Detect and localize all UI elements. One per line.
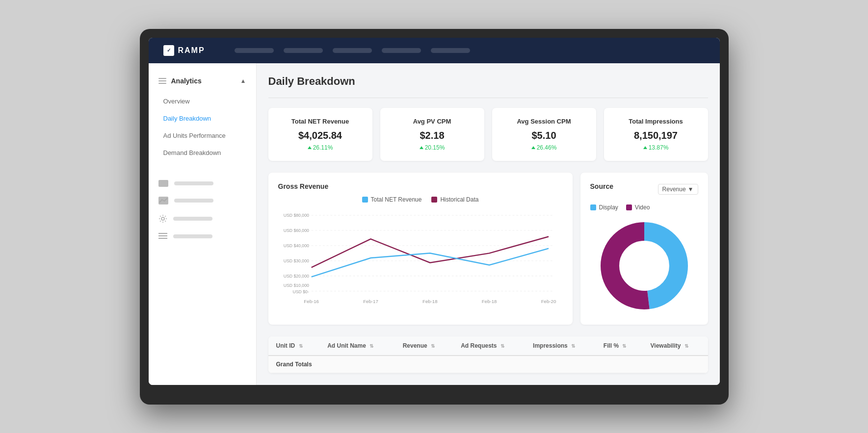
list-icon [158,233,167,240]
svg-text:Feb-18: Feb-18 [481,298,497,304]
main-content: Daily Breakdown Total NET Revenue $4,025… [257,63,720,385]
col-ad-unit-name[interactable]: Ad Unit Name ⇅ [319,336,395,356]
video-icon [158,180,168,187]
sidebar-other-3 [149,209,256,228]
legend-label-video: Video [635,204,650,211]
legend-label-historical: Historical Data [440,196,478,203]
sort-icon-ad-requests: ⇅ [500,343,504,349]
sidebar-label-4 [173,234,212,238]
laptop-frame: ✓ RAMP Analytic [140,29,729,405]
svg-rect-1 [158,233,167,234]
sidebar-label-3 [173,217,212,221]
nav-pill-4[interactable] [382,48,421,53]
metric-change-pct-session-cpm: 26.46% [537,144,557,151]
sidebar-other-2 [149,192,256,209]
source-header: Source Revenue ▼ [590,182,698,196]
logo-icon: ✓ [163,45,174,56]
sidebar-item-overview[interactable]: Overview [149,93,256,110]
sidebar-label-1 [174,181,213,185]
triangle-up-icon-revenue [308,146,312,149]
col-revenue[interactable]: Revenue ⇅ [395,336,453,356]
metric-label-impressions: Total Impressions [614,118,698,125]
metric-change-impressions: 13.87% [614,144,698,151]
sidebar-label-2 [174,199,213,203]
chart-legend: Total NET Revenue Historical Data [278,196,563,203]
sidebar-item-ad-units[interactable]: Ad Units Performance [149,127,256,144]
table-body: Grand Totals [268,356,708,373]
table-header: Unit ID ⇅ Ad Unit Name ⇅ Revenue ⇅ [268,336,708,356]
metric-card-session-cpm: Avg Session CPM $5.10 26.46% [492,108,596,161]
logo-text: RAMP [178,46,205,55]
svg-text:USD $60,000: USD $60,000 [283,228,309,232]
legend-label-display: Display [599,204,618,211]
dropdown-chevron-icon: ▼ [688,186,694,193]
col-impressions[interactable]: Impressions ⇅ [525,336,596,356]
nav-pill-1[interactable] [235,48,274,53]
col-viewability-label: Viewability [651,342,681,349]
sort-icon-fill: ⇅ [622,343,626,349]
svg-rect-3 [158,238,167,239]
metric-change-session-cpm: 26.46% [502,144,586,151]
metric-card-revenue: Total NET Revenue $4,025.84 26.11% [268,108,372,161]
metric-change-pct-pv-cpm: 20.15% [425,144,445,151]
col-unit-id[interactable]: Unit ID ⇅ [268,336,320,356]
sidebar-other-4 [149,228,256,245]
data-table: Unit ID ⇅ Ad Unit Name ⇅ Revenue ⇅ [268,336,708,373]
grand-totals-label: Grand Totals [268,356,708,373]
col-fill[interactable]: Fill % ⇅ [596,336,643,356]
svg-text:USD $10,000: USD $10,000 [283,282,309,287]
table-row-grand-totals: Grand Totals [268,356,708,373]
gross-revenue-chart-card: Gross Revenue Total NET Revenue Historic… [268,173,573,325]
triangle-up-icon-pv-cpm [420,146,423,149]
metric-value-pv-cpm: $2.18 [390,130,474,141]
sidebar-analytics-section[interactable]: Analytics ▲ [149,73,256,89]
title-divider [268,98,708,98]
svg-point-0 [161,217,164,220]
svg-text:USD $40,000: USD $40,000 [283,243,309,248]
col-ad-requests[interactable]: Ad Requests ⇅ [453,336,525,356]
col-unit-id-label: Unit ID [276,342,295,349]
main-layout: Analytics ▲ Overview Daily Breakdown Ad … [149,63,720,385]
metric-value-session-cpm: $5.10 [502,130,586,141]
legend-item-video: Video [626,204,650,211]
donut-container [590,217,698,315]
source-dropdown-value: Revenue [662,186,686,193]
svg-text:Feb-18: Feb-18 [422,298,438,304]
nav-pill-5[interactable] [431,48,470,53]
chart-icon [158,197,168,204]
logo-area: ✓ RAMP [158,43,210,58]
triangle-up-icon-impressions [643,146,647,149]
col-ad-unit-name-label: Ad Unit Name [327,342,366,349]
metric-change-pct-impressions: 13.87% [649,144,669,151]
sidebar-item-demand[interactable]: Demand Breakdown [149,144,256,161]
metric-label-pv-cpm: Avg PV CPM [390,118,474,125]
metric-value-revenue: $4,025.84 [278,130,363,141]
nav-pill-2[interactable] [284,48,323,53]
laptop-screen: ✓ RAMP Analytic [149,38,720,385]
sidebar-item-daily-breakdown[interactable]: Daily Breakdown [149,110,256,127]
metric-card-impressions: Total Impressions 8,150,197 13.87% [604,108,708,161]
sidebar-other-1 [149,175,256,192]
metric-cards: Total NET Revenue $4,025.84 26.11% Avg P… [268,108,708,161]
hamburger-line-2 [158,80,166,81]
sidebar-nav: Overview Daily Breakdown Ad Units Perfor… [149,89,256,165]
legend-dot-video [626,204,632,210]
source-chart-card: Source Revenue ▼ Display [580,173,708,325]
svg-text:USD $30,000: USD $30,000 [283,258,309,263]
svg-point-24 [622,244,666,288]
table-card: Unit ID ⇅ Ad Unit Name ⇅ Revenue ⇅ [268,336,708,373]
svg-text:USD $80,000: USD $80,000 [283,212,309,217]
gear-icon [158,214,167,223]
nav-items [235,48,710,53]
col-viewability[interactable]: Viewability ⇅ [643,336,708,356]
metric-label-session-cpm: Avg Session CPM [502,118,586,125]
metric-card-pv-cpm: Avg PV CPM $2.18 20.15% [380,108,484,161]
hamburger-line-1 [158,78,166,79]
sort-icon-viewability: ⇅ [684,343,688,349]
metric-change-pct-revenue: 26.11% [313,144,333,151]
col-ad-requests-label: Ad Requests [461,342,497,349]
legend-item-historical: Historical Data [431,196,478,203]
source-dropdown[interactable]: Revenue ▼ [658,184,698,195]
svg-text:Feb-17: Feb-17 [363,298,378,304]
nav-pill-3[interactable] [333,48,372,53]
